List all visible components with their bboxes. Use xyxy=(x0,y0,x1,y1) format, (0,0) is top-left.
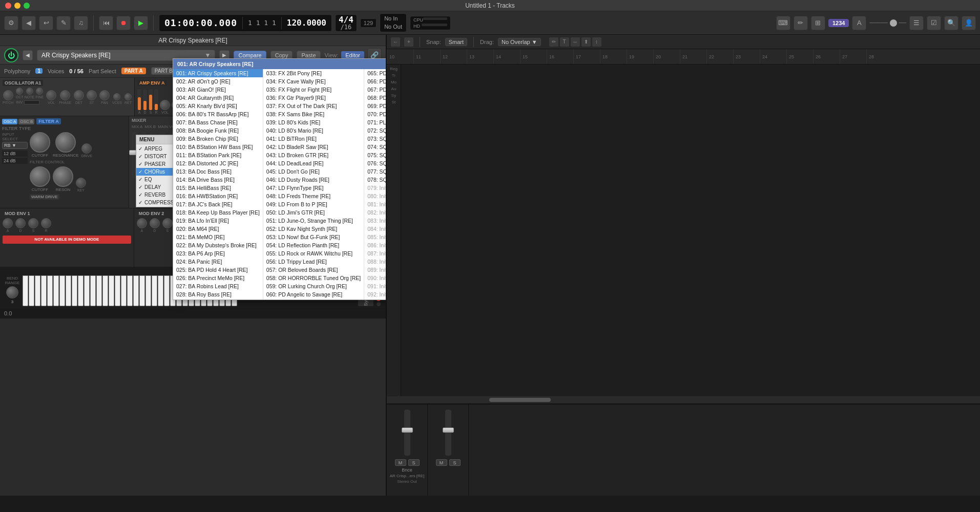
filter-drive-knob[interactable] xyxy=(81,143,92,154)
osc-a-route-btn[interactable]: OSC A xyxy=(2,119,17,124)
filter-cutoff-knob[interactable] xyxy=(30,132,50,153)
ch2-mute-btn[interactable]: M xyxy=(436,459,447,466)
preset-item[interactable]: 005: AR Knarly Blv'd [RE] xyxy=(173,102,263,110)
piano-key-c5[interactable] xyxy=(109,275,114,306)
toolbar-right-3[interactable]: ⊞ xyxy=(811,16,825,30)
preset-item[interactable]: 008: BA Boogie Funk [RE] xyxy=(173,126,263,135)
sidebar-sy[interactable]: Sy xyxy=(388,93,400,98)
piano-key-d5[interactable] xyxy=(115,275,120,306)
toolbar-right-2[interactable]: ✏ xyxy=(794,16,808,30)
preset-item[interactable]: 018: BA Keep Up Bass Player [RE] xyxy=(173,208,263,217)
preset-item[interactable]: 053: LD Now! But G-Funk [RE] xyxy=(263,233,364,241)
preset-item[interactable]: 078: SQ Who Sampled My Xylo [RE] xyxy=(364,176,387,184)
preset-item[interactable]: 092: Init xyxy=(364,290,387,298)
preset-item[interactable]: 074: SQ EnsoWeen [RE] xyxy=(364,143,387,151)
preset-item[interactable]: 066: PD MT Tape Strings [RE] xyxy=(364,77,387,86)
preset-item[interactable]: 038: FX Sams Bike [RE] xyxy=(263,110,364,118)
minimize-button[interactable] xyxy=(14,3,20,9)
sidebar-mo[interactable]: Mo xyxy=(388,80,400,84)
preset-item[interactable]: 045: LD Don't Go [RE] xyxy=(263,167,364,176)
sidebar-tr[interactable]: Tr xyxy=(388,73,400,78)
maximize-button[interactable] xyxy=(24,3,30,9)
record-button[interactable]: ⏺ xyxy=(116,16,131,30)
mod1-s-knob[interactable] xyxy=(28,218,38,228)
ch2-solo-btn[interactable]: S xyxy=(449,459,461,466)
preset-item[interactable]: 033: FX 2Bit Pony [RE] xyxy=(263,69,364,77)
preset-item[interactable]: 085: Init xyxy=(364,233,387,241)
preset-item[interactable]: 046: LD Dusty Roads [RE] xyxy=(263,176,364,184)
preset-item[interactable]: 060: PD Angelic to Savage [RE] xyxy=(263,290,364,298)
piano-key-f3[interactable] xyxy=(41,275,47,306)
preset-item[interactable]: 040: LD 80's Mario [RE] xyxy=(263,126,364,135)
preset-item[interactable]: 043: LD Broken GTR [RE] xyxy=(263,151,364,159)
piano-key-c6[interactable] xyxy=(152,275,157,306)
preset-item[interactable]: 003: AR GianO! [RE] xyxy=(173,86,263,94)
osc1-phase-knob[interactable] xyxy=(60,90,70,100)
preset-item[interactable]: 051: LD June-O, Strange Thing [RE] xyxy=(263,217,364,225)
osc1-pan-knob[interactable] xyxy=(99,90,110,100)
window-controls[interactable] xyxy=(5,3,30,9)
toolbar-search[interactable]: 🔍 xyxy=(944,16,958,30)
bend-knob[interactable] xyxy=(6,286,18,298)
preset-item[interactable]: 015: BA HelliBass [RE] xyxy=(173,184,263,192)
preset-item[interactable]: 057: OR Beloved Boards [RE] xyxy=(263,266,364,274)
preset-item[interactable]: 035: FX Flight or Fight [RE] xyxy=(263,86,364,94)
ch2-fader-track[interactable] xyxy=(445,410,451,456)
osc1-stereo-knob[interactable] xyxy=(87,90,97,100)
input-select-dropdown[interactable]: RB ▼ xyxy=(2,142,28,149)
piano-key-f4[interactable] xyxy=(84,275,90,306)
osc1-octave-knob[interactable] xyxy=(16,88,23,95)
piano-key-a3[interactable] xyxy=(53,275,59,306)
preset-item[interactable]: 004: AR Guitarynth [RE] xyxy=(173,94,263,102)
osc1-pitch-knob[interactable] xyxy=(3,90,13,100)
piano-key-a4[interactable] xyxy=(96,275,102,306)
preset-item[interactable]: 069: PD Tapes are in the Stars [RE] xyxy=(364,102,387,110)
mod2-d-knob[interactable] xyxy=(150,218,160,228)
preset-item[interactable]: 013: BA Doc Bass [RE] xyxy=(173,167,263,176)
filter-keytrack-knob[interactable] xyxy=(76,178,86,188)
preset-item[interactable]: 084: Init xyxy=(364,225,387,233)
track-nav-icon[interactable]: ← xyxy=(391,37,400,47)
preset-item[interactable]: 037: FX Out of The Dark [RE] xyxy=(263,102,364,110)
preset-item[interactable]: 059: OR Lurking Church Org [RE] xyxy=(263,282,364,290)
preset-item[interactable]: 024: BA Panic [RE] xyxy=(173,258,263,266)
preset-item[interactable]: 016: BA HWBStation [RE] xyxy=(173,192,263,200)
preset-item[interactable]: 072: SQ Can't Fool Me [RE] xyxy=(364,126,387,135)
filter-resonance-knob[interactable] xyxy=(55,132,76,153)
toolbar-icon-1[interactable]: ⚙ xyxy=(4,16,18,30)
preset-item[interactable]: 010: BA BStation HW Bass [RE] xyxy=(173,143,263,151)
mod1-r-knob[interactable] xyxy=(41,218,51,228)
preset-item[interactable]: 082: Init xyxy=(364,208,387,217)
osc1-note-knob[interactable] xyxy=(26,88,33,95)
preset-item[interactable]: 002: AR dOn't gO [RE] xyxy=(173,77,263,86)
preset-item[interactable]: 073: SQ Dakota Doll [RE] xyxy=(364,135,387,143)
edit-icon-4[interactable]: ⬆ xyxy=(581,37,591,47)
piano-key-b3[interactable] xyxy=(59,275,65,306)
preset-item[interactable]: 007: BA Bass Chase [RE] xyxy=(173,118,263,126)
piano-key-f5[interactable] xyxy=(127,275,133,306)
preset-item[interactable]: 044: LD DeadLead [RE] xyxy=(263,159,364,167)
preset-item[interactable]: 027: BA Robins Lead [RE] xyxy=(173,282,263,290)
piano-key-e3[interactable] xyxy=(35,275,40,306)
mod2-a-knob[interactable] xyxy=(137,218,147,228)
piano-key-b4[interactable] xyxy=(102,275,108,306)
ch2-fader-handle[interactable] xyxy=(443,428,454,433)
preset-item[interactable]: 028: BA Roy Bass [RE] xyxy=(173,290,263,298)
track-nav-icon2[interactable]: + xyxy=(404,37,413,47)
toolbar-icon-5[interactable]: ♫ xyxy=(74,16,88,30)
osc1-retrig-knob[interactable] xyxy=(124,93,132,100)
preset-item[interactable]: 021: BA MeMO [RE] xyxy=(173,233,263,241)
preset-item[interactable]: 022: BA My Dubstep's Broke [RE] xyxy=(173,241,263,249)
toolbar-person[interactable]: 👤 xyxy=(962,16,976,30)
preset-item[interactable]: 055: LD Rock or RAWK Witchu [RE] xyxy=(263,249,364,258)
amp-volume-knob[interactable] xyxy=(160,100,170,110)
preset-prev-button[interactable]: ◀ xyxy=(23,50,33,60)
preset-item[interactable]: 086: Init xyxy=(364,241,387,249)
metronome-btn[interactable]: A xyxy=(852,16,866,30)
horizontal-scrollbar[interactable] xyxy=(387,396,980,403)
piano-key-e4[interactable] xyxy=(78,275,84,306)
rewind-button[interactable]: ⏮ xyxy=(99,16,113,30)
edit-icon-3[interactable]: ↔ xyxy=(571,37,580,47)
preset-item[interactable]: 061: PD BOC Synthwave Drift [RE] xyxy=(263,298,364,300)
piano-key-b5[interactable] xyxy=(145,275,151,306)
